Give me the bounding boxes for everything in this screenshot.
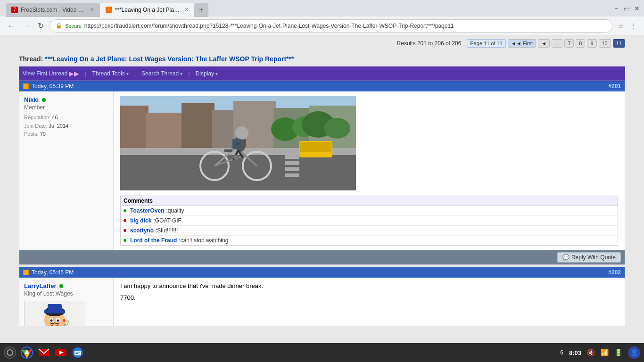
post-202-header: Today, 05:45 PM #202 [19, 267, 625, 278]
comment-4: Lord of the Fraud : can't stop watching [121, 236, 618, 245]
thread-title-link[interactable]: ***Leaving On a Jet Plane: Lost Wages Ve… [45, 55, 294, 63]
post-202-line1: I am happy to announce that i've made di… [120, 282, 618, 289]
post-201-content: Comments ToasterOven : quality big dick … [114, 91, 625, 250]
svg-rect-12 [120, 153, 356, 190]
comment-3-indicator [124, 229, 126, 232]
page-10-button[interactable]: 10 [599, 39, 611, 48]
comment-4-indicator [124, 239, 126, 242]
tab2-favicon: ⚠ [106, 7, 112, 13]
svg-rect-1 [120, 106, 149, 153]
post-202-line2: 7700. [120, 294, 618, 301]
svg-rect-14 [285, 161, 299, 165]
post-201-header: Today, 05:39 PM #201 [19, 81, 625, 91]
post-201-reply-bar: 💬 Reply With Quote [19, 250, 625, 264]
post-202-user-title: King of Lost Wages [24, 290, 108, 297]
comment-4-text: can't stop watching [181, 237, 229, 244]
comment-1-user[interactable]: ToasterOven [130, 207, 164, 214]
page-11-button[interactable]: 11 [613, 39, 625, 48]
prev-page-button[interactable]: ◄ [538, 39, 550, 48]
tab1-close[interactable]: ✕ [90, 7, 94, 13]
search-thread-arrow: ▾ [180, 71, 182, 76]
comment-2-text: GOAT GIF [155, 217, 182, 224]
post-201-posts: 70 [40, 131, 46, 137]
post-201: Today, 05:39 PM #201 Nikki Member Reputa… [19, 81, 625, 265]
post-new-icon-201 [23, 83, 29, 89]
new-tab-button[interactable]: + [194, 3, 208, 17]
account-icon[interactable]: 👤 [628, 346, 640, 359]
taskbar: 6 8:03 🔇 📶 🔋 👤 [0, 343, 644, 362]
browser-tab-2[interactable]: ⚠ ***Leaving On a Jet Plan... ✕ [100, 3, 194, 17]
refresh-button[interactable]: ↻ [36, 19, 46, 32]
secure-label: Secure [65, 23, 82, 29]
comment-3-text: Slut!!!!!!! [157, 227, 178, 234]
post-202-username[interactable]: LarryLaffer [24, 282, 57, 289]
taskbar-messages-icon[interactable] [72, 346, 84, 359]
arrow-right-icon: ▶▶ [69, 70, 79, 77]
first-page-button[interactable]: ◄◄ First [508, 39, 536, 48]
svg-line-37 [237, 143, 240, 144]
battery-icon[interactable]: 🔋 [614, 349, 622, 356]
svg-point-11 [324, 118, 350, 139]
post-202-avatar [24, 301, 85, 326]
comment-2-indicator [124, 219, 126, 222]
comment-4-user[interactable]: Lord of the Fraud [130, 237, 177, 244]
url-input[interactable]: 🔒 Secure https://pokerfraudalert.com/for… [50, 19, 612, 33]
post-201-comments: Comments ToasterOven : quality big dick … [120, 196, 618, 246]
reply-with-quote-button-201[interactable]: 💬 Reply With Quote [557, 252, 621, 263]
view-first-unread-link[interactable]: View First Unread ▶▶ [23, 70, 79, 77]
tab-bar: 7 FreeSlots.com - Video P... ✕ ⚠ ***Leav… [4, 0, 609, 17]
page-current: 11 [484, 41, 489, 46]
comment-2: big dick : GOAT GIF [121, 216, 618, 226]
taskbar-chrome-icon[interactable] [21, 346, 33, 359]
minimize-button[interactable]: − [613, 5, 619, 12]
sound-icon[interactable]: 🔇 [587, 349, 595, 356]
page-label-text: Page [470, 41, 484, 46]
thread-toolbar: View First Unread ▶▶ | Thread Tools ▾ | … [19, 66, 625, 81]
post-201-username[interactable]: Nikki [24, 96, 39, 103]
comment-1: ToasterOven : quality [121, 206, 618, 216]
reply-icon: 💬 [562, 254, 570, 261]
post-202-body: LarryLaffer King of Lost Wages [19, 278, 625, 326]
thread-title-bar: Thread: ***Leaving On a Jet Plane: Lost … [19, 51, 625, 66]
ellipsis-btn: ... [552, 39, 562, 48]
taskbar-youtube-icon[interactable] [55, 346, 67, 359]
post-201-user-info: Nikki Member Reputation: 46 Join Date: J… [19, 91, 114, 250]
svg-point-50 [63, 319, 66, 322]
comment-1-text: quality [168, 207, 184, 214]
thread-label: Thread: [19, 55, 43, 63]
close-button[interactable]: ✕ [634, 5, 640, 12]
display-link[interactable]: Display ▾ [196, 70, 218, 77]
menu-button[interactable]: ⋮ [628, 20, 638, 32]
view-first-unread-text: View First Unread [23, 70, 67, 77]
search-thread-link[interactable]: Search Thread ▾ [141, 70, 182, 77]
post-201-header-left: Today, 05:39 PM [23, 83, 74, 90]
post-201-image [120, 96, 618, 192]
post-202-timestamp: Today, 05:45 PM [32, 269, 74, 276]
maximize-button[interactable]: ▭ [623, 5, 630, 12]
page-7-button[interactable]: 7 [564, 39, 574, 48]
taskbar-gmail-icon[interactable] [38, 346, 50, 359]
post-201-timestamp: Today, 05:39 PM [32, 83, 74, 90]
svg-rect-31 [224, 149, 232, 152]
forward-button[interactable]: → [21, 20, 32, 32]
browser-tab-1[interactable]: 7 FreeSlots.com - Video P... ✕ [6, 3, 100, 17]
addr-actions: ☆ ⋮ [616, 20, 638, 32]
page-8-button[interactable]: 8 [576, 39, 585, 48]
secure-icon: 🔒 [56, 23, 62, 29]
thread-tools-link[interactable]: Thread Tools ▾ [92, 70, 129, 77]
page-9-button[interactable]: 9 [587, 39, 596, 48]
bookmark-button[interactable]: ☆ [616, 20, 626, 32]
tab2-close[interactable]: ✕ [184, 7, 189, 13]
of-label: of 11 [489, 41, 503, 46]
taskbar-system-icon[interactable] [4, 346, 16, 359]
window-controls: − ▭ ✕ [613, 5, 640, 12]
post-202-number: #202 [608, 269, 621, 276]
wifi-icon[interactable]: 📶 [601, 349, 609, 356]
svg-rect-57 [74, 351, 81, 355]
post-201-body: Nikki Member Reputation: 46 Join Date: J… [19, 91, 625, 250]
comment-2-user[interactable]: big dick [130, 217, 151, 224]
comment-3-user[interactable]: scottyno [130, 227, 154, 234]
svg-rect-15 [285, 167, 299, 171]
results-text: Results 201 to 206 of 206 [397, 40, 462, 47]
back-button[interactable]: ← [6, 20, 17, 32]
